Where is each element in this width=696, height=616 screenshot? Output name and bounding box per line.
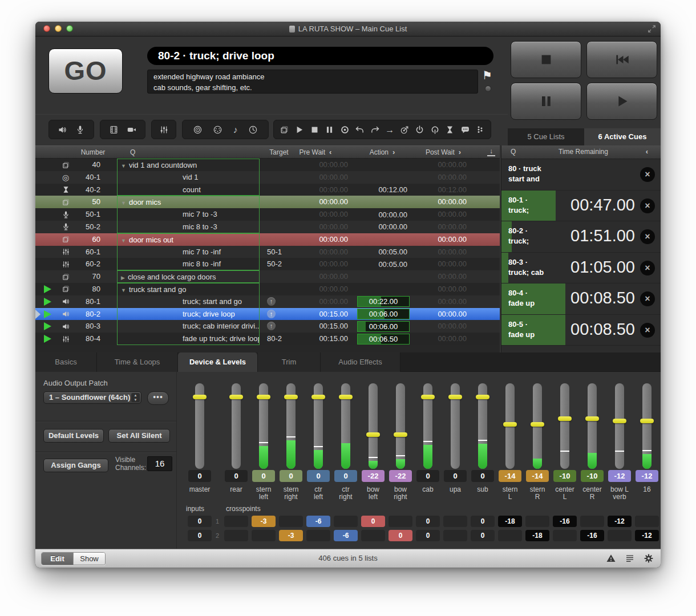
speaker-icon[interactable] <box>58 125 67 135</box>
crosspoint-cell[interactable]: -16 <box>553 516 577 527</box>
patch-settings-button[interactable]: ••• <box>147 391 169 405</box>
tab-device-levels[interactable]: Device & Levels <box>178 352 258 372</box>
column-header-postwait[interactable]: Post Wait› <box>412 146 475 159</box>
memo-bubble-icon[interactable] <box>460 125 470 135</box>
crosspoint-cell[interactable] <box>334 516 358 527</box>
active-cue-row[interactable]: 80 · truckstart and× <box>501 159 661 191</box>
cue-row-80-1[interactable]: 80-1truck; start and go↑00:00.0000:22.00… <box>35 295 500 308</box>
crosspoint-cell[interactable] <box>279 516 303 527</box>
crosspoint-cell[interactable]: -3 <box>252 516 276 527</box>
column-header-prewait[interactable]: Pre Wait‹ <box>288 146 343 159</box>
fader-track[interactable] <box>369 383 378 469</box>
channel-level-value[interactable]: -14 <box>499 470 521 482</box>
tab-audio-effects[interactable]: Audio Effects <box>321 352 400 372</box>
fader-track[interactable] <box>232 383 241 469</box>
devamp-icon[interactable] <box>430 125 440 135</box>
crosspoint-cell[interactable] <box>498 530 522 541</box>
disc-icon[interactable] <box>193 125 203 135</box>
disclosure-open-icon[interactable]: ▼ <box>121 287 126 293</box>
minimize-window-button[interactable] <box>55 25 62 32</box>
assign-gangs-button[interactable]: Assign Gangs <box>43 459 108 472</box>
fader-track[interactable] <box>560 383 569 469</box>
tab-trim[interactable]: Trim <box>258 352 321 372</box>
input-level-value[interactable]: 0 <box>188 530 212 541</box>
film-icon[interactable] <box>109 125 119 135</box>
fader-knob[interactable] <box>613 419 626 423</box>
cue-row-60[interactable]: 60▼door mics out00:00.0000:00.00 <box>35 233 500 246</box>
crosspoint-cell[interactable] <box>443 530 467 541</box>
fader-knob[interactable] <box>503 422 517 427</box>
microphone-icon[interactable] <box>75 125 85 135</box>
active-cue-row[interactable]: 80-4 ·fade up00:08.50× <box>501 283 661 315</box>
group-cue-icon[interactable] <box>280 125 289 135</box>
disclosure-open-icon[interactable]: ▼ <box>121 238 126 244</box>
fader-track[interactable] <box>423 383 432 469</box>
cue-row-80-2[interactable]: 80-2truck; drive loop↑00:15.0000:06.0000… <box>35 308 500 321</box>
crosspoint-cell[interactable]: -3 <box>279 530 303 541</box>
pause-button[interactable] <box>511 83 581 120</box>
channel-level-value[interactable]: 0 <box>416 470 439 482</box>
fader-track[interactable] <box>615 383 624 469</box>
active-cue-row[interactable]: 80-1 ·truck;00:47.00× <box>501 191 661 222</box>
fader-knob[interactable] <box>366 432 380 437</box>
cue-row-40-1[interactable]: ◎40-1vid 100:00.0000:00.00 <box>35 171 500 184</box>
crosspoint-cell[interactable]: 0 <box>471 516 495 527</box>
redo-icon[interactable] <box>370 125 380 135</box>
crosspoint-cell[interactable] <box>635 516 659 527</box>
channel-level-value[interactable]: -10 <box>581 470 604 482</box>
crosspoint-cell[interactable] <box>525 516 549 527</box>
fader-knob[interactable] <box>339 395 353 399</box>
cue-row-50[interactable]: 50▼door mics00:00.0000:00.00 <box>35 196 500 208</box>
disclosure-open-icon[interactable]: ▼ <box>121 163 126 169</box>
channel-level-value[interactable]: 0 <box>225 470 248 482</box>
fader-track[interactable] <box>642 383 652 469</box>
clock-icon[interactable] <box>248 125 258 135</box>
cue-row-80-4[interactable]: 80-4fade up truck; drive loop80-200:15.0… <box>35 333 500 345</box>
crosspoint-cell[interactable] <box>580 516 604 527</box>
channel-level-value[interactable]: -12 <box>636 470 658 482</box>
go-button[interactable]: GO <box>48 48 123 94</box>
crosspoint-cell[interactable] <box>443 516 467 527</box>
fader-knob[interactable] <box>257 395 270 399</box>
music-note-icon[interactable]: ♪ <box>233 125 238 135</box>
channel-level-value[interactable]: -22 <box>362 470 385 482</box>
crosspoint-cell[interactable] <box>553 530 577 541</box>
crosspoint-cell[interactable]: 0 <box>471 530 495 541</box>
channel-level-value[interactable]: 0 <box>280 470 302 482</box>
cue-row-60-1[interactable]: 60-1mic 7 to -inf50-100:00.0000:05.0000:… <box>35 246 500 258</box>
fader-track[interactable] <box>533 383 542 469</box>
stop-cue-close-icon[interactable]: × <box>640 198 655 213</box>
fader-track[interactable] <box>314 383 323 469</box>
channel-level-value[interactable]: 0 <box>334 470 357 482</box>
crosspoint-cell[interactable]: 0 <box>389 530 412 541</box>
visible-channels-value[interactable]: 16 <box>147 456 172 471</box>
settings-gear-icon[interactable] <box>644 553 654 564</box>
warning-icon[interactable] <box>606 553 616 564</box>
fader-track[interactable] <box>341 383 350 469</box>
fader-knob[interactable] <box>476 395 489 399</box>
goto-arrow-icon[interactable]: → <box>385 125 394 135</box>
crosspoint-cell[interactable]: -6 <box>306 516 330 527</box>
play-button[interactable] <box>586 83 657 120</box>
fader-track[interactable] <box>451 383 460 469</box>
tab-5-cue-lists[interactable]: 5 Cue Lists <box>508 128 584 145</box>
default-levels-button[interactable]: Default Levels <box>43 429 104 443</box>
wait-hourglass-icon[interactable] <box>445 125 455 135</box>
rewind-button[interactable] <box>586 41 657 78</box>
stop-cue-icon[interactable] <box>310 125 319 135</box>
cue-row-60-2[interactable]: 60-2mic 8 to -inf50-200:00.0000:05.0000:… <box>35 258 500 270</box>
channel-level-value[interactable]: -22 <box>389 470 412 482</box>
cue-row-40[interactable]: 40▼vid 1 and countdown00:00.0000:00.00 <box>35 159 500 171</box>
cue-row-70[interactable]: 70▶close and lock cargo doors00:00.0000:… <box>35 270 500 283</box>
fader-knob[interactable] <box>311 395 325 399</box>
fader-knob[interactable] <box>448 395 462 399</box>
tab-6-active-cues[interactable]: 6 Active Cues <box>584 128 661 145</box>
column-header-q[interactable]: Q <box>130 146 135 159</box>
crosspoint-cell[interactable]: -18 <box>525 530 549 541</box>
tab-basics[interactable]: Basics <box>35 352 97 372</box>
column-header-action[interactable]: Action› <box>353 146 412 159</box>
close-window-button[interactable] <box>43 25 50 32</box>
stop-cue-close-icon[interactable]: × <box>640 291 655 306</box>
stop-cue-close-icon[interactable]: × <box>640 229 655 244</box>
active-cue-row[interactable]: 80-2 ·truck;01:51.00× <box>501 221 661 253</box>
